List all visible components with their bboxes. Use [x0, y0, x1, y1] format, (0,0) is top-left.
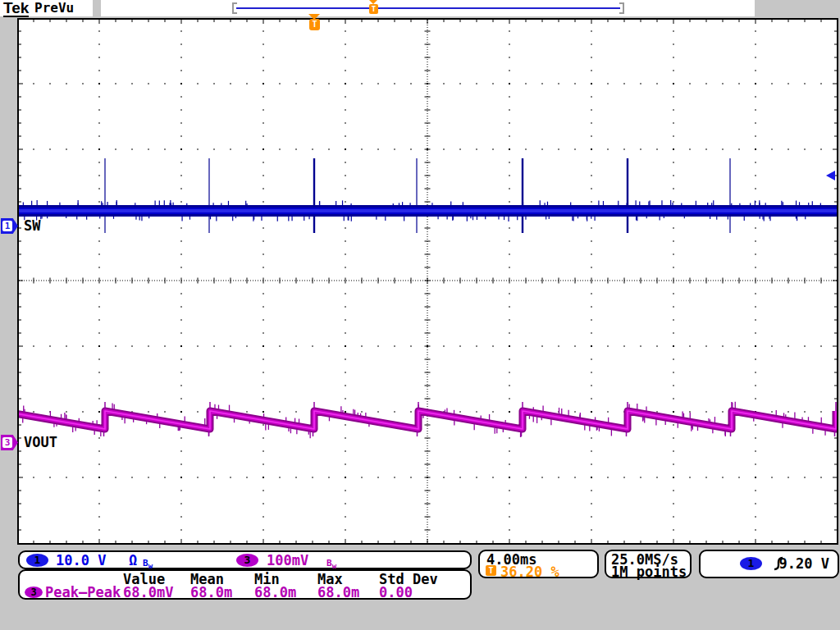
tek-logo: Tek: [3, 0, 29, 17]
trigger-source-badge: 1: [740, 557, 762, 570]
horizontal-readout-box[interactable]: 4.00ms T 36.20 %: [478, 550, 599, 578]
channel1-badge[interactable]: 1: [26, 554, 48, 567]
meas-mean: 68.0m: [190, 586, 232, 600]
meas-min: 68.0m: [254, 586, 296, 600]
meas-max: 68.0m: [317, 586, 359, 600]
channel1-impedance: Ω: [129, 554, 137, 568]
channel-scale-readout-box[interactable]: 1 10.0 V Ω Bw 3 100mV Bw: [18, 550, 472, 569]
trigger-flag-icon: T: [486, 565, 496, 576]
channel1-scale: 10.0 V: [56, 554, 106, 568]
channel3-bandwidth-icon: Bw: [326, 554, 336, 570]
acq-trigger-marker-icon[interactable]: T: [369, 4, 378, 14]
channel1-reference-marker[interactable]: 1: [1, 218, 18, 234]
meas-channel-badge: 3: [25, 587, 43, 598]
channel3-scale: 100mV: [267, 554, 308, 568]
trigger-readout-box[interactable]: 1 9.20 V: [699, 550, 839, 578]
channel1-trace-label: SW: [24, 218, 40, 234]
meas-stddev: 0.00: [379, 586, 413, 600]
meas-value: 68.0mV: [123, 586, 173, 600]
channel3-trace-label: VOUT: [24, 435, 57, 450]
trigger-position: 36.20 %: [500, 565, 559, 579]
acquisition-status: PreVu: [34, 1, 74, 16]
channel3-badge[interactable]: 3: [236, 554, 258, 567]
channel3-reference-marker[interactable]: 3: [1, 435, 18, 450]
waveform-graticule: [17, 18, 838, 545]
oscilloscope-screen: { "header": { "logo": "Tek", "status": "…: [0, 0, 840, 630]
trigger-position-marker-icon[interactable]: T: [309, 19, 320, 30]
meas-name: Peak–Peak: [45, 586, 121, 600]
channel1-bandwidth-icon: Bw: [143, 554, 153, 570]
record-length: 1M points: [611, 565, 687, 579]
measurement-readout-box[interactable]: Value Mean Min Max Std Dev 3 Peak–Peak 6…: [18, 569, 472, 600]
acquisition-readout-box[interactable]: 25.0MS/s 1M points: [605, 550, 692, 578]
acquisition-window-line: [236, 7, 620, 9]
trigger-level: 9.20 V: [779, 557, 829, 571]
trigger-level-arrow-icon[interactable]: [826, 171, 835, 180]
